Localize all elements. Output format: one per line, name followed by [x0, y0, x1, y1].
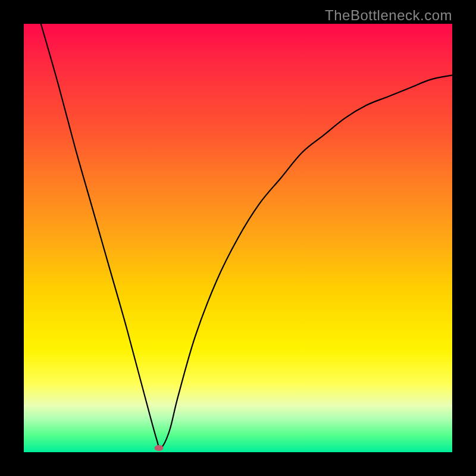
chart-frame: TheBottleneck.com	[0, 0, 476, 476]
bottleneck-curve	[41, 24, 452, 449]
optimum-marker	[154, 445, 163, 451]
watermark-text: TheBottleneck.com	[325, 7, 452, 24]
plot-area	[24, 24, 452, 452]
curve-svg	[24, 24, 452, 452]
